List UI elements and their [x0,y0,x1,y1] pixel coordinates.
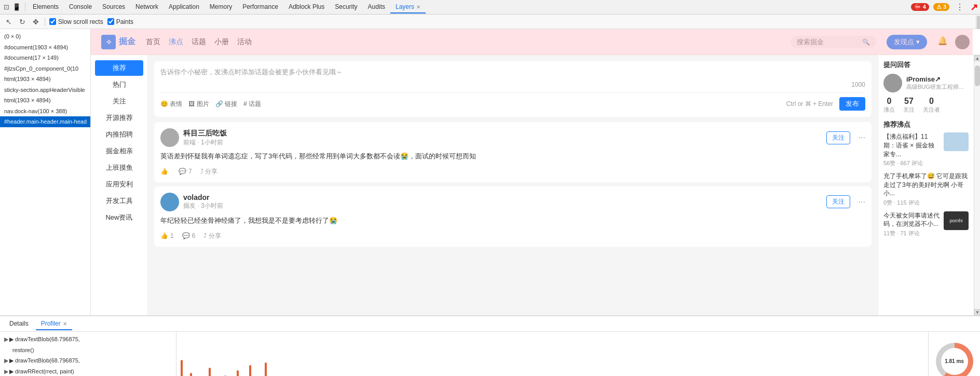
arrow-icon: ▶ [4,368,8,374]
chart-bar[interactable] [181,360,183,376]
dock-bottom-icon[interactable]: ↗ [970,2,978,13]
chart-bar[interactable] [190,373,192,376]
move-icon[interactable]: ✥ [31,17,40,26]
sidebar-opensource[interactable]: 开源推荐 [95,110,143,126]
paints-input[interactable] [107,18,114,25]
layer-item[interactable]: sticky-section.appHeaderVisible [0,85,90,96]
image-tool[interactable]: 🖼 图片 [188,100,209,109]
search-input[interactable] [797,38,859,46]
pointer-icon[interactable]: ↖ [4,17,13,26]
chart-bar[interactable] [249,365,251,376]
bell-icon[interactable]: 🔔 [937,36,950,48]
comment-action-2[interactable]: 💬 6 [182,232,196,239]
sidebar-dating[interactable]: 掘金相亲 [95,143,143,159]
sidebar-follow[interactable]: 关注 [95,93,143,109]
sidebar-recommend[interactable]: 推荐 [95,60,143,76]
nav-booklet[interactable]: 小册 [214,37,229,47]
timer-value: 1.81 ms [941,348,968,375]
chart-bar[interactable] [209,368,211,376]
layer-item[interactable]: html(1903 × 4894) [0,95,90,106]
layer-item[interactable]: nav.dock-nav(100 × 388) [0,106,90,117]
tab-application[interactable]: Application [164,1,205,14]
discover-btn[interactable]: 发现点 ▾ [887,35,927,49]
follow-btn-2[interactable]: 关注 [826,195,850,208]
profiler-tab-close[interactable]: ✕ [63,321,67,327]
tab-layers-close[interactable]: ✕ [416,4,420,10]
recommend-img-1 [944,132,969,151]
slow-scroll-input[interactable] [49,18,56,25]
post-card-1: 科目三后吃饭 前端 · 1小时前 关注 ··· 英语差到怀疑我有单词遗忘症，写了… [154,122,872,182]
stat-followers: 0 关注者 [923,97,940,114]
page-scrollbar[interactable]: ▲ ▼ [974,55,980,315]
recommend-item-3[interactable]: 今天被女同事请述代码，在浏览器不小... 11赞 · 71 评论 pornhi [883,211,969,238]
tab-elements[interactable]: Elements [28,1,64,14]
post-header-2: volador 掘友 · 3小时前 关注 ··· [160,193,865,211]
paints-checkbox[interactable]: Paints [107,18,133,25]
bottom-content: ▶▶ drawTextBlob(68.796875, restore() ▶▶ … [0,332,980,376]
tab-profiler[interactable]: Profiler✕ [36,318,72,330]
error-count: ⛔ 4 [911,3,929,11]
tab-security[interactable]: Security [330,1,362,14]
tab-details[interactable]: Details [4,318,34,330]
nav-activity[interactable]: 活动 [237,37,252,47]
topic-tool[interactable]: # 话题 [243,100,261,109]
dock-icon[interactable]: ⊡ [2,3,10,11]
tab-layers[interactable]: Layers✕ [390,1,426,14]
sidebar-news[interactable]: New资讯 [95,210,143,225]
recommend-item-1[interactable]: 【沸点福利】11期：语雀 × 掘金独家专... 56赞 · 667 评论 [883,132,969,168]
share-action-1[interactable]: ⤴ 分享 [200,167,217,176]
chart-bar[interactable] [265,362,267,376]
tab-sources[interactable]: Sources [97,1,130,14]
search-icon[interactable]: 🔍 [862,38,870,46]
share-action-2[interactable]: ⤴ 分享 [203,232,221,240]
nav-topic[interactable]: 话题 [192,37,206,47]
nav-hot[interactable]: 沸点 [169,37,183,47]
chart-bars-container [176,332,928,376]
layer-item[interactable]: #document(1903 × 4894) [0,42,90,53]
post-more-1[interactable]: ··· [859,133,865,142]
mobile-icon[interactable]: 📱 [12,3,21,11]
sidebar-recruit[interactable]: 内推招聘 [95,127,143,142]
layer-item[interactable]: html(1903 × 4894) [0,74,90,85]
sidebar-slack[interactable]: 上班摸鱼 [95,160,143,176]
scroll-thumb[interactable] [975,65,980,86]
tab-audits[interactable]: Audits [363,1,390,14]
logo-text: 掘金 [119,36,135,47]
scroll-up-btn[interactable]: ▲ [974,55,980,61]
post-more-2[interactable]: ··· [859,197,865,207]
bottom-entry-1[interactable]: ▶▶ drawTextBlob(68.796875, [0,334,176,345]
emoji-tool[interactable]: 😊 表情 [160,100,182,109]
tab-memory[interactable]: Memory [205,1,237,14]
bottom-entry-3[interactable]: ▶▶ drawTextBlob(68.796875, [0,355,176,366]
like-action-1[interactable]: 👍 [160,168,170,175]
recommend-item-2[interactable]: 充了手机摩坏了😅 它可是跟我走过了3年的美好时光啊 小哥小... 0赞 · 11… [883,172,969,207]
chart-bar[interactable] [237,370,239,376]
scroll-down-btn[interactable]: ▼ [974,309,980,315]
layer-item-selected[interactable]: #header.main-header.main-head [0,116,90,127]
comment-action-1[interactable]: 💬 7 [179,168,192,175]
layer-item[interactable]: (0 × 0) [0,31,90,42]
rotate-icon[interactable]: ↻ [18,17,27,26]
sidebar-hot[interactable]: 热门 [95,77,143,92]
tab-performance[interactable]: Performance [237,1,283,14]
layer-item[interactable]: #jlzsCpn_0_component_0(10 [0,63,90,74]
tab-network[interactable]: Network [130,1,164,14]
slow-scroll-checkbox[interactable]: Slow scroll rects [49,18,103,25]
sidebar-apps[interactable]: 应用安利 [95,177,143,192]
follow-btn-1[interactable]: 关注 [826,131,850,144]
post-button[interactable]: 发布 [839,97,865,111]
link-tool[interactable]: 🔗 链接 [215,100,237,109]
nav-home[interactable]: 首页 [146,37,160,47]
layer-item[interactable]: #document(17 × 149) [0,52,90,63]
bottom-entry-4[interactable]: ▶▶ drawRRect(rrect, paint) [0,366,176,377]
indent-entry: restore() [4,347,34,353]
like-action-2[interactable]: 👍 1 [160,232,174,239]
sidebar-devtools[interactable]: 开发工具 [95,193,143,209]
tab-console[interactable]: Console [64,1,97,14]
more-menu-icon[interactable]: ⋮ [954,2,966,12]
post-avatar-2 [160,193,179,211]
tab-adblock[interactable]: Adblock Plus [283,1,330,14]
compose-toolbar: 😊 表情 🖼 图片 🔗 链接 # 话题 Ctrl or ⌘ + Enter 发布 [160,92,865,111]
user-avatar[interactable] [955,35,970,49]
search-bar: 🔍 [791,36,876,48]
